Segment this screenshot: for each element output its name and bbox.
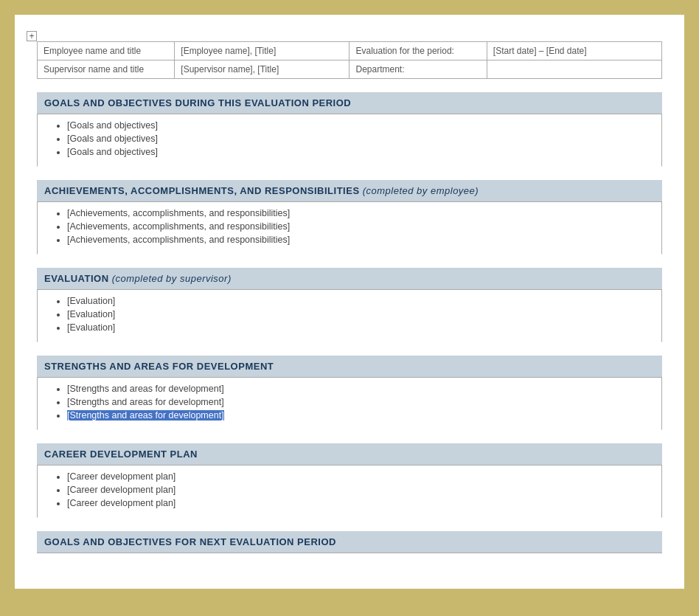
list-item[interactable]: [Evaluation] bbox=[67, 296, 654, 306]
section-list-strengths: [Strengths and areas for development][St… bbox=[60, 384, 654, 421]
section-header-text: ACHIEVEMENTS, ACCOMPLISHMENTS, AND RESPO… bbox=[44, 185, 363, 196]
section-strengths: STRENGTHS AND AREAS FOR DEVELOPMENT[Stre… bbox=[37, 356, 662, 430]
list-item[interactable]: [Strengths and areas for development] bbox=[67, 384, 654, 394]
section-header-text: GOALS AND OBJECTIVES DURING THIS EVALUAT… bbox=[44, 97, 351, 108]
label-cell-0-2: Evaluation for the period: bbox=[350, 42, 487, 60]
list-item[interactable]: [Career development plan] bbox=[67, 498, 654, 508]
section-header-next-goals: GOALS AND OBJECTIVES FOR NEXT EVALUATION… bbox=[37, 531, 662, 553]
list-item[interactable]: [Achievements, accomplishments, and resp… bbox=[67, 235, 654, 245]
info-table-row: Supervisor name and title [Supervisor na… bbox=[38, 60, 662, 79]
info-table-container: + Employee name and title [Employee name… bbox=[37, 41, 662, 79]
section-content-goals: [Goals and objectives][Goals and objecti… bbox=[37, 114, 662, 167]
section-content-strengths: [Strengths and areas for development][St… bbox=[37, 378, 662, 430]
list-item[interactable]: [Goals and objectives] bbox=[67, 147, 654, 157]
section-next-goals: GOALS AND OBJECTIVES FOR NEXT EVALUATION… bbox=[37, 531, 662, 553]
info-table: Employee name and title [Employee name],… bbox=[37, 41, 662, 79]
section-list-career: [Career development plan][Career develop… bbox=[60, 471, 654, 508]
list-item[interactable]: [Career development plan] bbox=[67, 471, 654, 482]
value-cell-0-2[interactable]: [Start date] – [End date] bbox=[487, 42, 661, 60]
section-header-career: CAREER DEVELOPMENT PLAN bbox=[37, 443, 662, 466]
label-cell-1-2: Department: bbox=[350, 60, 487, 79]
page: + Employee name and title [Employee name… bbox=[15, 15, 684, 589]
section-achievements: ACHIEVEMENTS, ACCOMPLISHMENTS, AND RESPO… bbox=[37, 180, 662, 255]
section-header-text: STRENGTHS AND AREAS FOR DEVELOPMENT bbox=[44, 361, 274, 372]
section-career: CAREER DEVELOPMENT PLAN[Career developme… bbox=[37, 443, 662, 518]
value-cell-1-1[interactable]: [Supervisor name], [Title] bbox=[175, 60, 350, 79]
list-item[interactable]: [Evaluation] bbox=[67, 322, 654, 333]
highlighted-text: [Strengths and areas for development] bbox=[67, 410, 224, 421]
section-header-strengths: STRENGTHS AND AREAS FOR DEVELOPMENT bbox=[37, 356, 662, 378]
section-header-italic: (completed by supervisor) bbox=[112, 273, 232, 284]
list-item[interactable]: [Achievements, accomplishments, and resp… bbox=[67, 208, 654, 218]
section-header-goals: GOALS AND OBJECTIVES DURING THIS EVALUAT… bbox=[37, 92, 662, 114]
section-header-text: EVALUATION bbox=[44, 273, 112, 284]
section-header-achievements: ACHIEVEMENTS, ACCOMPLISHMENTS, AND RESPO… bbox=[37, 180, 662, 202]
label-cell-1-1: Supervisor name and title bbox=[38, 60, 175, 79]
add-icon[interactable]: + bbox=[27, 31, 37, 41]
list-item[interactable]: [Strengths and areas for development] bbox=[67, 410, 654, 421]
section-header-text: GOALS AND OBJECTIVES FOR NEXT EVALUATION… bbox=[44, 536, 336, 547]
section-header-italic: (completed by employee) bbox=[363, 185, 479, 196]
list-item[interactable]: [Evaluation] bbox=[67, 309, 654, 319]
value-cell-0-1[interactable]: [Employee name], [Title] bbox=[175, 42, 350, 60]
section-goals: GOALS AND OBJECTIVES DURING THIS EVALUAT… bbox=[37, 92, 662, 167]
value-cell-1-2[interactable] bbox=[487, 60, 661, 79]
list-item[interactable]: [Career development plan] bbox=[67, 485, 654, 495]
list-item[interactable]: [Strengths and areas for development] bbox=[67, 397, 654, 407]
section-list-evaluation: [Evaluation][Evaluation][Evaluation] bbox=[60, 296, 654, 333]
label-cell-0-1: Employee name and title bbox=[38, 42, 175, 60]
section-list-goals: [Goals and objectives][Goals and objecti… bbox=[60, 120, 654, 157]
list-item[interactable]: [Achievements, accomplishments, and resp… bbox=[67, 221, 654, 232]
section-content-career: [Career development plan][Career develop… bbox=[37, 466, 662, 518]
sections-container: GOALS AND OBJECTIVES DURING THIS EVALUAT… bbox=[37, 92, 662, 553]
list-item[interactable]: [Goals and objectives] bbox=[67, 134, 654, 144]
section-list-achievements: [Achievements, accomplishments, and resp… bbox=[60, 208, 654, 245]
section-content-evaluation: [Evaluation][Evaluation][Evaluation] bbox=[37, 290, 662, 342]
info-table-row: Employee name and title [Employee name],… bbox=[38, 42, 662, 60]
section-evaluation: EVALUATION (completed by supervisor)[Eva… bbox=[37, 268, 662, 342]
list-item[interactable]: [Goals and objectives] bbox=[67, 120, 654, 131]
section-header-evaluation: EVALUATION (completed by supervisor) bbox=[37, 268, 662, 290]
section-header-text: CAREER DEVELOPMENT PLAN bbox=[44, 449, 198, 460]
section-content-achievements: [Achievements, accomplishments, and resp… bbox=[37, 202, 662, 255]
